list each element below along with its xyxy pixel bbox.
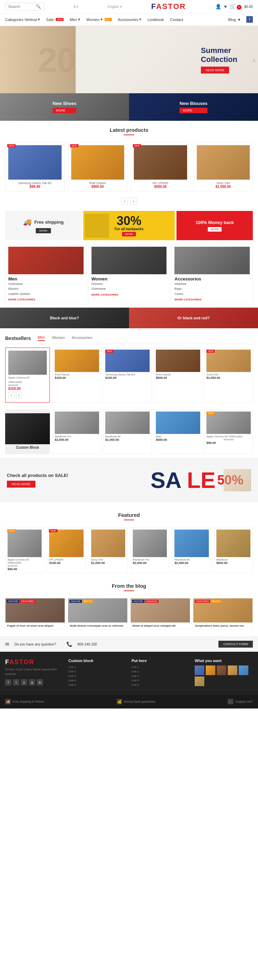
currency-selector[interactable]: $ ▾: [73, 5, 78, 9]
wishlist-icon[interactable]: ♥: [224, 4, 227, 9]
bs-new-tag-4: NEW: [206, 350, 215, 353]
prod-image-3: [156, 412, 200, 434]
blouses-cta-button[interactable]: MORE: [180, 108, 207, 113]
footer-col3-link-1[interactable]: Link 1: [132, 665, 190, 668]
facebook-icon[interactable]: f: [5, 679, 11, 686]
money-back-icon: 💰: [116, 699, 122, 705]
featured-title: Featured: [0, 506, 258, 524]
latest-products-section: Latest products NEW Samsung Darley Tab B…: [0, 121, 258, 207]
blog-post-2: FASTOR BUY IT Nulla dictum consequat urn…: [68, 598, 127, 629]
money-back-cta[interactable]: MORE: [208, 227, 221, 232]
footer-link-3[interactable]: Link 3: [68, 675, 127, 678]
sale-cta-button[interactable]: READ MORE: [7, 481, 35, 488]
footer-bottom: 🚚 Free shipping & Return 💰 Money back gu…: [0, 695, 258, 708]
footer-main: FASTOR PO Box 16122 Collins Street Victo…: [0, 652, 258, 695]
product-name-2: iPad Classic: [71, 181, 124, 185]
nav-blog[interactable]: Blog ♥: [228, 18, 240, 22]
free-shipping-cta[interactable]: MORE: [36, 228, 51, 233]
linkedin-icon[interactable]: in: [37, 679, 43, 686]
hero-next-arrow[interactable]: ›: [253, 56, 255, 64]
next-arrow[interactable]: ›: [130, 198, 137, 205]
footer-link-2[interactable]: Link 2: [68, 670, 127, 673]
cart-icon[interactable]: 🛒: [230, 3, 236, 9]
footer-col3-link-3[interactable]: Link 3: [132, 675, 190, 678]
new-tag-2: NEW: [70, 144, 78, 147]
footer-link-4[interactable]: Link 4: [68, 679, 127, 682]
promo-percent-number: 30%: [115, 215, 143, 227]
footer-thumb-1: [195, 665, 204, 675]
bs-next[interactable]: ›: [16, 392, 22, 398]
youtube-icon[interactable]: y: [21, 679, 27, 686]
nav-sale[interactable]: Sale: [46, 18, 63, 22]
footer-col3-link-4[interactable]: Link 4: [132, 679, 190, 682]
support-icon: 📞: [228, 699, 233, 705]
footer-col4-title: What you want: [195, 659, 253, 663]
nav-lookbook[interactable]: Lookbook: [148, 18, 164, 22]
footer-col3-title: Put here: [132, 659, 190, 663]
shoes-cta-button[interactable]: MORE: [53, 108, 76, 113]
footer-col3-link-5[interactable]: Link 5: [132, 683, 190, 686]
footer-shipping-item: 🚚 Free shipping & Return: [5, 699, 45, 705]
feat-item-1: SALE Apple Cinema 30' 2560x1600 $122.00 …: [5, 527, 44, 573]
tab-accessories[interactable]: Accessories: [72, 336, 92, 340]
bestsellers-grid: Apple Cinema 30' 2560x1600 $122.00 $100.…: [5, 348, 253, 402]
bs-item-image-3: [156, 350, 200, 372]
product-image-1: [8, 145, 62, 180]
hero-banner: 20 Summer Collection READ MORE ›: [0, 26, 258, 93]
prev-arrow[interactable]: ‹: [121, 198, 128, 205]
nav-categories[interactable]: Categories Vertical ▾: [5, 17, 40, 22]
sub-banners: New Shoes MORE New Blouses MORE: [0, 93, 258, 121]
prod-image-2: [105, 412, 150, 434]
feat-image-4: [133, 530, 167, 557]
contact-form-button[interactable]: CONTACT FORM: [218, 641, 253, 648]
blog-image-4: FEATURED BUY IT: [193, 598, 253, 622]
feat-new-tag-2: NEW: [49, 529, 57, 532]
blog-tags-3: FASTOR FASHION: [132, 600, 159, 603]
heart-icon: ♥: [238, 18, 240, 22]
feat-item-4: MacBook Pro $2,000.00: [131, 527, 169, 573]
nav-men[interactable]: Men ▾: [70, 17, 80, 22]
truck-icon: 🚚: [23, 218, 32, 226]
footer-thumb-4: [228, 665, 237, 675]
lang-selector[interactable]: English ▾: [108, 5, 122, 9]
latest-product-grid: NEW Samsung Darley Tab B3 $99.99 NEW iPa…: [0, 139, 258, 195]
bs-prev[interactable]: ‹: [8, 392, 14, 398]
blog-image-1: FASTOR FEATURED: [5, 598, 65, 622]
prod-image-1: [55, 412, 99, 434]
new-tag-3: NEW: [133, 144, 141, 147]
category-women-items: Dresses Outerwear: [91, 282, 167, 291]
hero-cta-button[interactable]: READ MORE: [201, 67, 229, 74]
tab-women[interactable]: Women: [52, 336, 65, 340]
footer-link-1[interactable]: Link 1: [68, 665, 127, 668]
footer-thumb-2: [206, 665, 215, 675]
user-icon[interactable]: 👤: [215, 4, 221, 9]
promo-percent-text: For all backpacks: [115, 227, 143, 231]
product-price-1: $99.99: [8, 185, 62, 189]
category-men-image: [8, 247, 84, 274]
nav-accessories[interactable]: Accessories ▾: [118, 17, 142, 22]
main-nav: Categories Vertical ▾ Sale Men ▾ Women ▾…: [0, 13, 258, 26]
product-image-4: [197, 145, 250, 180]
footer-col3-link-2[interactable]: Link 2: [132, 670, 190, 673]
chevron-icon: ▾: [100, 17, 102, 22]
google-icon[interactable]: g: [29, 679, 35, 686]
feat-item-5: MacBook Air $2,000.00: [172, 527, 211, 573]
twitter-icon[interactable]: t: [13, 679, 19, 686]
footer-link-5[interactable]: Link 5: [68, 683, 127, 686]
cart-total: $0.00: [244, 5, 253, 9]
nav-contact[interactable]: Contact: [170, 18, 183, 22]
search-input[interactable]: [8, 5, 36, 9]
promo-percent-cta[interactable]: MORE: [122, 232, 136, 236]
blog-tags-1: FASTOR FEATURED: [7, 600, 35, 603]
fb-button[interactable]: f: [246, 16, 253, 23]
question-text: Do you have any question?: [14, 643, 56, 646]
prod-image-4: [206, 412, 251, 434]
footer-brand-col: FASTOR PO Box 16122 Collins Street Victo…: [5, 659, 63, 688]
search-bar[interactable]: 🔍: [5, 3, 44, 10]
color-banner-black: Black and blue?: [0, 308, 129, 328]
product-name-3: HP LP5005: [134, 181, 187, 185]
blog-image-2: FASTOR BUY IT: [68, 598, 127, 622]
nav-women[interactable]: Women ▾: [86, 17, 111, 22]
bestsellers-section: Bestsellers Men Women Accessories Apple …: [0, 332, 258, 406]
tab-men[interactable]: Men: [38, 335, 45, 341]
